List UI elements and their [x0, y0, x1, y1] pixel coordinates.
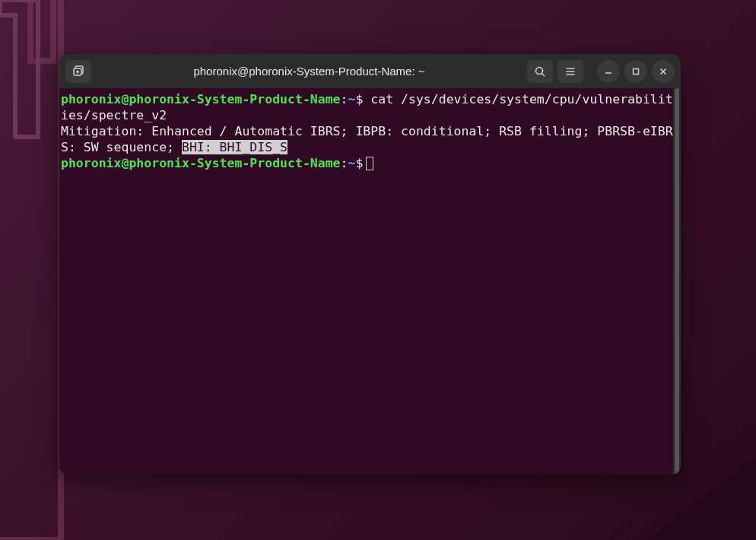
svg-point-3 [536, 67, 543, 74]
prompt-path: ~ [348, 92, 356, 106]
prompt-colon-2: : [341, 156, 348, 170]
prompt-dollar-2: $ [355, 156, 363, 170]
hamburger-menu-icon [564, 65, 577, 78]
prompt-dollar: $ [355, 92, 363, 106]
terminal-body[interactable]: phoronix@phoronix-System-Product-Name:~$… [59, 88, 681, 475]
minimize-icon [604, 67, 613, 76]
close-button[interactable] [652, 60, 675, 83]
maximize-button[interactable] [624, 60, 647, 83]
prompt-path-2: ~ [348, 156, 356, 170]
prompt-user-host: phoronix@phoronix-System-Product-Name [61, 92, 341, 106]
output-line-1-pre: Mitigation: Enhanced / Automatic IBRS; I… [61, 124, 673, 154]
svg-rect-9 [634, 68, 639, 74]
window-title: phoronix@phoronix-System-Product-Name: ~ [96, 65, 523, 78]
scrollbar[interactable] [673, 88, 681, 475]
new-tab-button[interactable] [65, 60, 91, 83]
maximize-icon [631, 67, 640, 76]
terminal-window: phoronix@phoronix-System-Product-Name: ~ [59, 54, 681, 475]
menu-button[interactable] [557, 60, 583, 83]
titlebar: phoronix@phoronix-System-Product-Name: ~ [59, 54, 681, 88]
search-button[interactable] [527, 60, 553, 83]
output-line-1-highlight: BHI: BHI_DIS_S [182, 140, 287, 154]
search-icon [534, 65, 546, 78]
cursor [366, 157, 373, 170]
minimize-button[interactable] [597, 60, 620, 83]
prompt-colon: : [341, 92, 348, 106]
scrollbar-thumb[interactable] [675, 88, 679, 475]
close-icon [659, 67, 668, 76]
svg-line-4 [542, 73, 545, 76]
prompt-user-host-2: phoronix@phoronix-System-Product-Name [61, 156, 341, 170]
new-tab-icon [72, 65, 84, 78]
